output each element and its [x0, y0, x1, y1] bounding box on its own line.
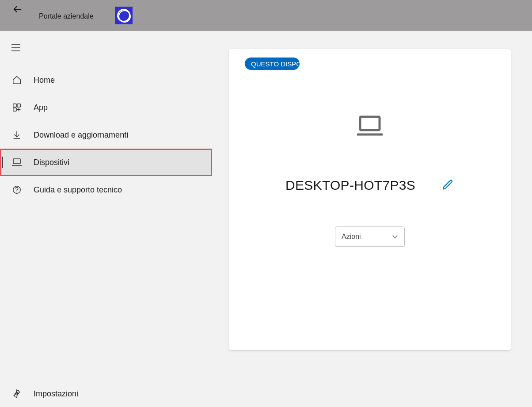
- device-name: DESKTOP-HOT7P3S: [285, 178, 415, 193]
- laptop-icon: [11, 156, 23, 169]
- this-device-badge: QUESTO DISPO: [245, 58, 300, 70]
- nav-item-apps[interactable]: App: [0, 94, 212, 121]
- svg-rect-14: [360, 117, 380, 130]
- nav-item-settings[interactable]: Impostazioni: [0, 380, 212, 407]
- hamburger-button[interactable]: [5, 37, 27, 58]
- apps-icon: [11, 101, 23, 114]
- titlebar: Portale aziendale: [0, 0, 532, 31]
- sidebar: Home App: [0, 31, 212, 407]
- help-icon: [11, 184, 23, 196]
- nav-item-label: App: [34, 103, 48, 112]
- download-icon: [11, 129, 23, 141]
- edit-device-name-button[interactable]: [442, 178, 454, 192]
- nav-list: Home App: [0, 66, 212, 204]
- nav-item-help[interactable]: Guida e supporto tecnico: [0, 176, 212, 204]
- gear-icon: [11, 388, 23, 400]
- pencil-icon: [442, 178, 454, 191]
- hamburger-icon: [11, 44, 21, 52]
- chevron-down-icon: [392, 234, 398, 239]
- actions-dropdown-label: Azioni: [342, 233, 361, 241]
- svg-rect-5: [17, 104, 20, 107]
- arrow-left-icon: [13, 4, 23, 14]
- nav-item-devices[interactable]: Dispositivi: [0, 149, 212, 176]
- nav-item-label: Dispositivi: [34, 158, 69, 167]
- svg-rect-6: [13, 108, 16, 111]
- nav-item-home[interactable]: Home: [0, 66, 212, 94]
- main-panel: QUESTO DISPO DESKTOP-HOT7P3S: [212, 31, 532, 407]
- nav-item-label: Home: [34, 76, 55, 85]
- home-icon: [11, 74, 23, 86]
- nav-item-label: Guida e supporto tecnico: [34, 185, 122, 195]
- app-title: Portale aziendale: [39, 12, 94, 20]
- back-button[interactable]: [11, 2, 25, 16]
- device-card: QUESTO DISPO DESKTOP-HOT7P3S: [229, 49, 511, 350]
- svg-point-12: [16, 192, 17, 192]
- settings-label: Impostazioni: [34, 389, 78, 399]
- actions-dropdown[interactable]: Azioni: [335, 227, 405, 247]
- nav-item-label: Download e aggiornamenti: [34, 131, 128, 140]
- svg-rect-4: [13, 104, 16, 107]
- svg-rect-9: [13, 159, 20, 164]
- app-logo: [115, 7, 133, 24]
- device-laptop-icon: [356, 115, 384, 139]
- nav-item-downloads[interactable]: Download e aggiornamenti: [0, 121, 212, 149]
